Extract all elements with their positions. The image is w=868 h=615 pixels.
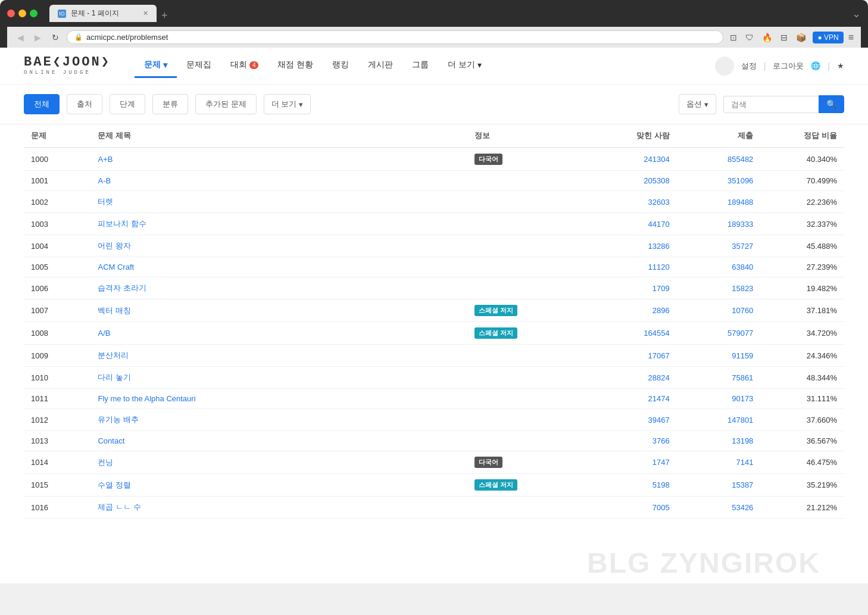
filter-all[interactable]: 전체 (24, 94, 60, 114)
lang-button[interactable]: 🌐 (811, 61, 820, 70)
problem-title-link[interactable]: 수열 정렬 (98, 480, 131, 489)
solved-link[interactable]: 7005 (652, 503, 670, 512)
shield-button[interactable]: 🛡 (744, 31, 755, 44)
filter-category[interactable]: 분류 (152, 94, 188, 114)
nav-item-more[interactable]: 더 보기 ▾ (438, 54, 491, 78)
solved-link[interactable]: 39467 (648, 416, 670, 424)
problem-solved: 39467 (593, 409, 677, 431)
solved-link[interactable]: 17067 (648, 351, 670, 360)
options-button[interactable]: 옵션 ▾ (679, 94, 716, 114)
vpn-button[interactable]: ● VPN (813, 32, 843, 43)
solved-link[interactable]: 241304 (644, 155, 669, 164)
submit-link[interactable]: 90173 (732, 394, 753, 403)
submit-link[interactable]: 579077 (728, 329, 753, 338)
nav-item-contest[interactable]: 대회 4 (221, 54, 268, 78)
solved-link[interactable]: 11120 (648, 263, 670, 271)
filter-added[interactable]: 추가된 문제 (195, 94, 257, 114)
problem-solved: 1747 (593, 451, 677, 474)
nav-item-board[interactable]: 게시판 (358, 54, 402, 78)
minimize-traffic-light[interactable] (18, 10, 26, 17)
nav-item-status[interactable]: 채점 현황 (268, 54, 323, 78)
problem-title-link[interactable]: Contact (98, 436, 124, 445)
submit-link[interactable]: 351096 (728, 176, 753, 185)
search-input[interactable] (723, 96, 819, 113)
problem-title-link[interactable]: 어린 왕자 (98, 241, 131, 250)
address-bar[interactable]: 🔒 acmicpc.net/problemset (67, 30, 723, 44)
col-header-submit: 제출 (677, 124, 761, 148)
submit-link[interactable]: 147801 (728, 416, 753, 424)
problem-title-link[interactable]: Fly me to the Alpha Centauri (98, 394, 195, 403)
problem-title-link[interactable]: 벡터 매칭 (98, 306, 131, 315)
solved-link[interactable]: 21474 (648, 394, 670, 403)
submit-link[interactable]: 189333 (728, 220, 753, 229)
problem-title-link[interactable]: 유기농 배추 (98, 415, 139, 424)
problem-solved: 21474 (593, 389, 677, 409)
settings-button[interactable]: 설정 (741, 61, 757, 71)
nav-item-problemset[interactable]: 문제집 (177, 54, 221, 78)
solved-link[interactable]: 5198 (652, 480, 670, 489)
extend-button[interactable]: ⊟ (779, 31, 789, 44)
search-submit-button[interactable]: 🔍 (819, 95, 844, 113)
submit-link[interactable]: 53426 (732, 503, 753, 512)
problem-title-link[interactable]: 피보나치 함수 (98, 219, 146, 228)
problem-title-link[interactable]: A/B (98, 329, 110, 338)
nav-item-problems[interactable]: 문제 ▾ (135, 54, 177, 78)
nav-item-group[interactable]: 그룹 (402, 54, 438, 78)
nav-item-ranking[interactable]: 랭킹 (323, 54, 358, 78)
table-row: 1001A-B20530835109670.499% (24, 171, 844, 191)
solved-link[interactable]: 44170 (648, 220, 670, 229)
submit-link[interactable]: 189488 (728, 198, 753, 207)
solved-link[interactable]: 205308 (644, 176, 669, 185)
problem-info: 스페셜 저지 (467, 299, 593, 322)
active-tab[interactable]: IO 문제 - 1 페이지 ✕ (49, 5, 157, 22)
filter-level[interactable]: 단계 (110, 94, 145, 114)
problem-title-link[interactable]: 습격자 초라기 (98, 283, 146, 292)
submit-link[interactable]: 10760 (732, 306, 753, 315)
submit-link[interactable]: 855482 (728, 155, 753, 164)
browser-chrome: IO 문제 - 1 페이지 ✕ + ⌄ ◀ ▶ ↻ 🔒 acmicpc.net/… (0, 0, 868, 48)
problem-title-link[interactable]: ACM Craft (98, 263, 134, 271)
solved-link[interactable]: 1747 (652, 458, 670, 467)
screenshot-button[interactable]: ⊡ (728, 31, 739, 44)
maximize-traffic-light[interactable] (30, 10, 38, 17)
new-tab-button[interactable]: + (157, 10, 173, 22)
solved-link[interactable]: 13286 (648, 242, 670, 251)
problem-title-link[interactable]: A-B (98, 176, 111, 185)
problem-title-link[interactable]: 다리 놓기 (98, 373, 131, 382)
col-header-solved: 맞힌 사람 (593, 124, 677, 148)
submit-link[interactable]: 15823 (732, 284, 753, 293)
filter-source[interactable]: 출처 (67, 94, 102, 114)
problem-title-link[interactable]: 컨닝 (98, 458, 113, 467)
solved-link[interactable]: 1709 (652, 284, 670, 293)
solved-link[interactable]: 3766 (652, 436, 670, 445)
puzzle-button[interactable]: 📦 (794, 31, 808, 44)
back-button[interactable]: ◀ (14, 32, 27, 43)
solved-link[interactable]: 2896 (652, 306, 670, 315)
browser-menu-button[interactable]: ≡ (848, 32, 854, 43)
submit-link[interactable]: 63840 (732, 263, 753, 271)
forward-button[interactable]: ▶ (32, 32, 44, 43)
logout-button[interactable]: 로그아웃 (773, 61, 804, 71)
refresh-button[interactable]: ↻ (49, 32, 62, 43)
solved-link[interactable]: 164554 (644, 329, 669, 338)
problem-solved: 205308 (593, 171, 677, 191)
problem-title-link[interactable]: A+B (98, 155, 113, 164)
problem-title-link[interactable]: 분산처리 (98, 351, 129, 360)
submit-link[interactable]: 15387 (732, 480, 753, 489)
problem-submit: 855482 (677, 148, 761, 171)
problem-title: 유기농 배추 (90, 409, 467, 431)
submit-link[interactable]: 7141 (736, 458, 753, 467)
submit-link[interactable]: 35727 (732, 242, 753, 251)
fire-button[interactable]: 🔥 (760, 31, 774, 44)
solved-link[interactable]: 28824 (648, 373, 670, 382)
close-traffic-light[interactable] (7, 10, 15, 17)
tab-close-button[interactable]: ✕ (143, 10, 148, 17)
star-button[interactable]: ★ (837, 61, 844, 70)
filter-more-button[interactable]: 더 보기 ▾ (264, 94, 311, 114)
problem-title-link[interactable]: 터렛 (98, 197, 113, 206)
solved-link[interactable]: 32603 (648, 198, 670, 207)
submit-link[interactable]: 75861 (732, 373, 753, 382)
problem-title-link[interactable]: 제곱 ㄴㄴ 수 (98, 502, 140, 511)
submit-link[interactable]: 91159 (732, 351, 753, 360)
submit-link[interactable]: 13198 (732, 436, 753, 445)
